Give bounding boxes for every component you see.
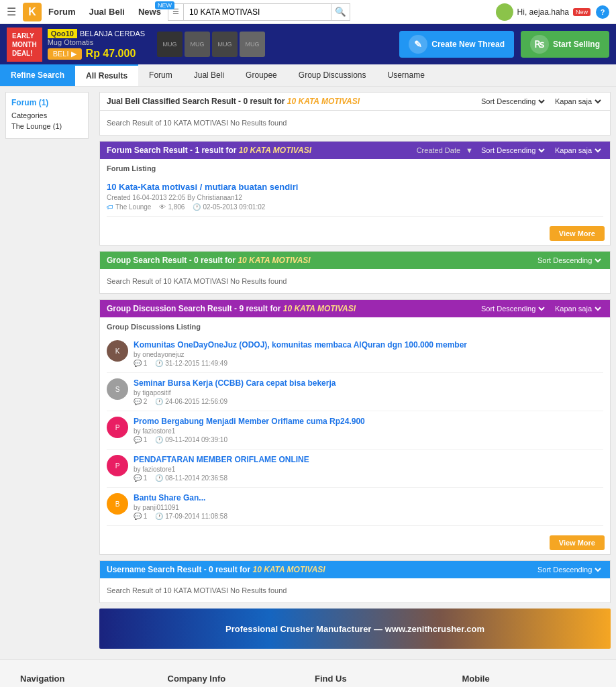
tag-icon: 🏷 [107, 203, 113, 211]
disc-content-0: Komunitas OneDayOneJuz (ODOJ), komunitas… [134, 340, 603, 367]
groupdisc-view-more-button[interactable]: View More [550, 535, 605, 550]
disc-content-1: Seminar Bursa Kerja (CCBB) Cara cepat bi… [134, 378, 603, 405]
disc-stats-0: 💬 1 🕐 31-12-2015 11:49:49 [134, 360, 603, 367]
footer-findus: Find Us M MindTalk 📸 Instagram 🐦 Forum 🐦… [315, 674, 449, 687]
disc-avatar-2: P [107, 417, 128, 438]
bottom-ad-banner: Professional Crusher Manufacturer — www.… [99, 609, 611, 649]
group-result-title: Group Search Result - 0 result for 10 KA… [107, 256, 311, 265]
avatar [496, 3, 513, 21]
create-thread-button[interactable]: ✎ Create New Thread [399, 31, 514, 58]
clock-icon: 🕐 [193, 203, 201, 211]
jual-beli-sort-dropdown[interactable]: Sort Descending [478, 97, 547, 106]
tab-bar: Refine Search All Results Forum Jual Bel… [0, 64, 616, 87]
jual-beli-result-body: Search Result of 10 KATA MOTIVASI No Res… [100, 111, 610, 135]
ad-product-images: MUG MUG MUG MUG [157, 32, 265, 57]
disc-stats-3: 💬 1 🕐 08-11-2014 20:36:58 [134, 474, 603, 482]
disc-stats-2: 💬 1 🕐 09-11-2014 09:39:10 [134, 436, 603, 443]
disc-date-0: 🕐 31-12-2015 11:49:49 [155, 360, 227, 367]
new-badge: New [573, 8, 591, 16]
forum-result-section: Forum Search Result - 1 result for 10 KA… [99, 141, 611, 246]
search-area: ☰ 🔍 [168, 3, 489, 21]
username-sort-actions: Sort Descending [535, 565, 603, 574]
news-badge-new: NEW [155, 1, 174, 9]
sidebar-lounge[interactable]: The Lounge (1) [11, 122, 83, 130]
disc-date-2: 🕐 09-11-2014 09:39:10 [155, 436, 227, 443]
header: ☰ K Forum Jual Beli News NEW ☰ 🔍 Hi, aej… [0, 0, 616, 24]
forum-item: 10 Kata-Kata motivasi / mutiara buatan s… [107, 176, 603, 217]
forum-result-title: Forum Search Result - 1 result for 10 KA… [107, 146, 311, 155]
tab-groupee[interactable]: Groupee [235, 64, 288, 86]
jual-beli-result-header: Jual Beli Classified Search Result - 0 r… [100, 93, 610, 111]
help-button[interactable]: ? [596, 5, 609, 19]
forum-result-header: Forum Search Result - 1 result for 10 KA… [100, 142, 610, 159]
forum-created-date-label: Created Date [417, 146, 460, 154]
disc-comments-3: 💬 1 [134, 474, 147, 482]
logo[interactable]: K [23, 3, 42, 21]
nav-jualbeli[interactable]: Jual Beli [89, 7, 124, 17]
tab-username[interactable]: Username [377, 64, 435, 86]
sidebar-categories: Categories [11, 111, 83, 119]
group-result-header: Group Search Result - 0 result for 10 KA… [100, 252, 610, 269]
footer-findus-title: Find Us [315, 674, 449, 684]
search-button[interactable]: 🔍 [331, 3, 350, 21]
hamburger-icon[interactable]: ☰ [7, 5, 16, 18]
forum-item-tags: 🏷 The Lounge 👁 1,806 🕐 02-05-2013 09:01:… [107, 203, 603, 211]
groupdisc-kapan-dropdown[interactable]: Kapan saja [552, 304, 603, 313]
forum-view-more-button[interactable]: View More [550, 226, 605, 241]
ad-left: EARLY MONTH DEAL! Qoo10 BELANJA CERDAS M… [7, 28, 265, 62]
username-result-title: Username Search Result - 0 result for 10… [107, 565, 325, 574]
disc-title-4[interactable]: Bantu Share Gan... [134, 493, 603, 503]
disc-title-1[interactable]: Seminar Bursa Kerja (CCBB) Cara cepat bi… [134, 378, 603, 388]
groupdisc-sort-dropdown[interactable]: Sort Descending [478, 304, 547, 313]
disc-date-4: 🕐 17-09-2014 11:08:58 [155, 513, 227, 520]
disc-title-0[interactable]: Komunitas OneDayOneJuz (ODOJ), komunitas… [134, 340, 603, 350]
sidebar-forum-section: Forum (1) Categories The Lounge (1) [5, 92, 89, 139]
tab-group-discussions[interactable]: Group Discussions [288, 64, 377, 86]
group-sort-dropdown[interactable]: Sort Descending [535, 256, 603, 265]
disc-item-2: P Promo Bergabung Menjadi Member Oriflam… [107, 411, 603, 450]
disc-item-3: P PENDAFTARAN MEMBER ORIFLAME ONLINE by … [107, 450, 603, 488]
ad-banner: EARLY MONTH DEAL! Qoo10 BELANJA CERDAS M… [0, 24, 616, 64]
search-input[interactable] [184, 3, 331, 21]
username-sort-dropdown[interactable]: Sort Descending [535, 565, 603, 574]
disc-avatar-0: K [107, 340, 128, 362]
refine-search-button[interactable]: Refine Search [0, 64, 75, 86]
ad-beli-button[interactable]: BELI ▶ [48, 48, 82, 60]
disc-avatar-1: S [107, 378, 128, 400]
disc-title-3[interactable]: PENDAFTARAN MEMBER ORIFLAME ONLINE [134, 455, 603, 464]
forum-item-title[interactable]: 10 Kata-Kata motivasi / mutiara buatan s… [107, 182, 603, 192]
disc-date-1: 🕐 24-06-2015 12:56:09 [155, 398, 227, 405]
groupdisc-result-header: Group Discussion Search Result - 9 resul… [100, 300, 610, 317]
forum-view-more-row: View More [100, 222, 610, 245]
start-selling-button[interactable]: ₨ Start Selling [521, 31, 609, 58]
user-info: Hi, aejaa.haha New [496, 3, 591, 21]
ad-price: Rp 47.000 [86, 48, 136, 60]
forum-kapan-dropdown[interactable]: Kapan saja [552, 146, 603, 155]
tab-forum[interactable]: Forum [138, 64, 183, 86]
ad-action-buttons: ✎ Create New Thread ₨ Start Selling [399, 31, 609, 58]
early-deal-label: EARLY MONTH DEAL! [7, 28, 42, 62]
username-result-header: Username Search Result - 0 result for 10… [100, 561, 610, 578]
main-nav: Forum Jual Beli News NEW [48, 7, 161, 17]
group-no-result: Search Result of 10 KATA MOTIVASI No Res… [107, 274, 603, 288]
disc-item-0: K Komunitas OneDayOneJuz (ODOJ), komunit… [107, 335, 603, 373]
footer-company: Company Info Help Center Updated About U… [168, 674, 302, 687]
footer: Navigation Home Forum Jual Beli Groupee … [0, 659, 616, 687]
disc-comments-2: 💬 1 [134, 436, 147, 443]
tab-all-results[interactable]: All Results [75, 64, 138, 86]
disc-content-3: PENDAFTARAN MEMBER ORIFLAME ONLINE by fa… [134, 455, 603, 482]
disc-meta-1: by tigapositif [134, 389, 603, 397]
footer-navigation-title: Navigation [20, 674, 154, 684]
group-result-section: Group Search Result - 0 result for 10 KA… [99, 251, 611, 294]
main-container: Forum (1) Categories The Lounge (1) Jual… [0, 87, 616, 659]
tab-jual-beli[interactable]: Jual Beli [183, 64, 235, 86]
forum-sort-dropdown[interactable]: Sort Descending [478, 146, 547, 155]
nav-forum[interactable]: Forum [48, 7, 75, 17]
username-result-section: Username Search Result - 0 result for 10… [99, 560, 611, 603]
disc-item-1: S Seminar Bursa Kerja (CCBB) Cara cepat … [107, 373, 603, 411]
groupdisc-sort-actions: Sort Descending Kapan saja [478, 304, 603, 313]
jual-beli-kapan-dropdown[interactable]: Kapan saja [552, 97, 603, 106]
ad-brand: Qoo10 [48, 29, 77, 38]
disc-title-2[interactable]: Promo Bergabung Menjadi Member Oriflame … [134, 417, 603, 426]
footer-company-title: Company Info [168, 674, 302, 684]
